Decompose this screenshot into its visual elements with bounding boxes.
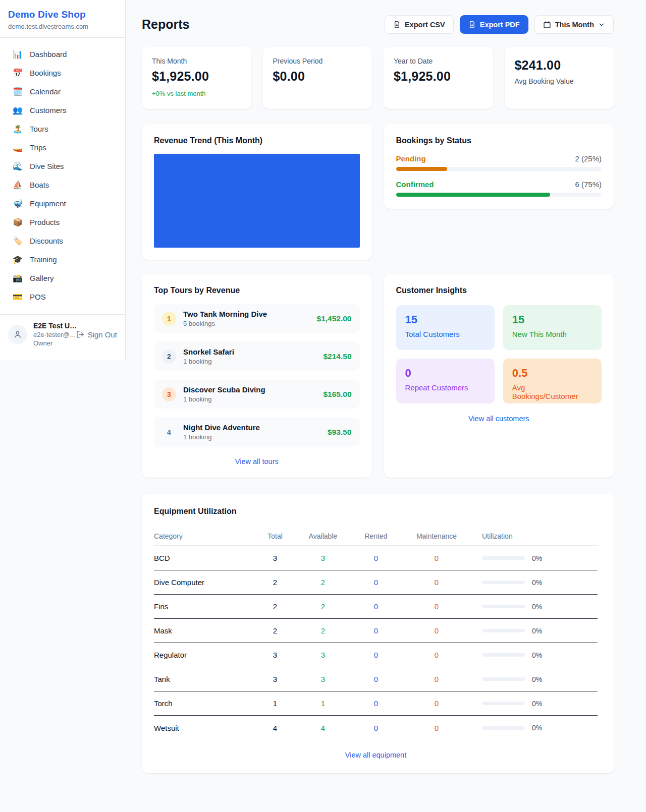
table-row: Torch 1 1 0 0 0% [154, 691, 598, 716]
stat-label: Avg Booking Value [515, 77, 604, 85]
page-title: Reports [142, 17, 189, 32]
sidebar-item-label: Training [30, 255, 57, 264]
utilization-bar [482, 605, 525, 608]
utilization-cell: 0% [472, 724, 598, 732]
tour-bookings: 1 booking [183, 433, 320, 441]
column-header: Maintenance [401, 532, 472, 540]
tour-name: Discover Scuba Diving [183, 385, 316, 394]
tour-name: Two Tank Morning Dive [183, 310, 310, 318]
sidebar-item-label: POS [30, 293, 46, 301]
sidebar-item-trips[interactable]: 🚤 Trips [0, 138, 125, 157]
sidebar-item-tours[interactable]: 🏝️ Tours [0, 120, 125, 138]
available-cell: 2 [295, 626, 351, 635]
rented-cell: 0 [351, 699, 401, 708]
progress-track [396, 193, 602, 197]
sidebar-item-calendar[interactable]: 🗓️ Calendar [0, 82, 125, 101]
sidebar-item-discounts[interactable]: 🏷️ Discounts [0, 231, 125, 250]
sidebar-item-label: Customers [30, 106, 67, 114]
sidebar-item-customers[interactable]: 👥 Customers [0, 101, 125, 120]
sidebar-nav: 📊 Dashboard 📅 Bookings 🗓️ Calendar 👥 Cus… [0, 38, 125, 311]
list-item: 3 Discover Scuba Diving 1 booking $165.0… [154, 380, 360, 409]
category-cell: Wetsuit [154, 724, 255, 732]
utilization-cell: 0% [472, 675, 598, 683]
maintenance-cell: 0 [401, 626, 472, 635]
calendar-icon [543, 21, 551, 29]
total-cell: 3 [255, 675, 295, 683]
sign-out-button[interactable]: Sign Out [76, 330, 117, 339]
chevron-down-icon [598, 21, 605, 28]
status-label: Confirmed [396, 180, 434, 189]
total-cell: 1 [255, 699, 295, 708]
category-cell: Dive Computer [154, 578, 255, 587]
period-dropdown[interactable]: This Month [534, 15, 614, 34]
stat-label: Year to Date [394, 57, 483, 65]
page-header: Reports Export CSV Export PDF This Month [142, 15, 614, 34]
tile-value: 15 [512, 313, 593, 326]
sidebar-item-boats[interactable]: ⛵ Boats [0, 176, 125, 194]
view-all-equipment-link[interactable]: View all equipment [154, 751, 598, 759]
wave-icon: 🌊 [12, 162, 23, 170]
tile-label: Total Customers [405, 330, 486, 338]
export-pdf-button[interactable]: Export PDF [460, 15, 528, 34]
total-cell: 3 [255, 651, 295, 659]
sidebar-item-bookings[interactable]: 📅 Bookings [0, 64, 125, 82]
sidebar-item-label: Gallery [30, 274, 54, 282]
available-cell: 3 [295, 651, 351, 659]
table-row: BCD 3 3 0 0 0% [154, 546, 598, 570]
sidebar-item-pos[interactable]: 💳 POS [0, 287, 125, 306]
rented-cell: 0 [351, 578, 401, 587]
utilization-bar [482, 702, 525, 705]
sidebar-item-gallery[interactable]: 📸 Gallery [0, 269, 125, 287]
sidebar-item-label: Equipment [30, 199, 66, 208]
tour-bookings: 5 bookings [183, 320, 310, 327]
revenue-trend-title: Revenue Trend (This Month) [154, 136, 360, 145]
sign-out-icon [76, 330, 84, 338]
sidebar: Demo Dive Shop demo.test.divestreams.com… [0, 0, 126, 360]
sidebar-item-products[interactable]: 📦 Products [0, 213, 125, 231]
rented-cell: 0 [351, 554, 401, 562]
list-item: 4 Night Dive Adventure 1 booking $93.50 [154, 418, 360, 446]
sidebar-user-footer: E2E Test U… e2e-tester@… Owner Sign Out [0, 314, 125, 355]
tour-bookings: 1 booking [183, 358, 316, 365]
view-all-tours-link[interactable]: View all tours [154, 457, 360, 466]
tour-revenue: $214.50 [323, 352, 351, 361]
utilization-percent: 0% [532, 627, 542, 635]
utilization-percent: 0% [532, 578, 542, 587]
revenue-trend-card: Revenue Trend (This Month) [142, 124, 372, 260]
sidebar-item-dive-sites[interactable]: 🌊 Dive Sites [0, 157, 125, 176]
available-cell: 3 [295, 675, 351, 683]
column-header: Total [255, 532, 295, 540]
sidebar-item-label: Bookings [30, 69, 61, 77]
export-csv-label: Export CSV [405, 21, 445, 29]
progress-fill-pending [396, 167, 448, 171]
table-row: Dive Computer 2 2 0 0 0% [154, 570, 598, 595]
sign-out-label: Sign Out [88, 330, 117, 339]
top-tours-card: Top Tours by Revenue 1 Two Tank Morning … [142, 274, 372, 478]
sidebar-item-training[interactable]: 🎓 Training [0, 250, 125, 269]
tour-bookings: 1 booking [183, 395, 316, 403]
sidebar-item-label: Products [30, 218, 60, 226]
customer-insights-title: Customer Insights [396, 286, 602, 295]
total-cell: 2 [255, 626, 295, 635]
tile-label: Repeat Customers [405, 383, 486, 392]
total-cell: 2 [255, 578, 295, 587]
maintenance-cell: 0 [401, 578, 472, 587]
sidebar-item-equipment[interactable]: 🤿 Equipment [0, 194, 125, 213]
shop-title: Demo Dive Shop [8, 9, 117, 20]
sidebar-item-label: Tours [30, 125, 48, 133]
available-cell: 2 [295, 578, 351, 587]
export-csv-button[interactable]: Export CSV [385, 15, 454, 34]
column-header: Category [154, 532, 255, 540]
view-all-customers-link[interactable]: View all customers [396, 415, 602, 423]
rank-badge: 4 [162, 425, 176, 439]
utilization-cell: 0% [472, 603, 598, 611]
tour-name: Night Dive Adventure [183, 423, 320, 432]
maintenance-cell: 0 [401, 675, 472, 683]
sidebar-item-dashboard[interactable]: 📊 Dashboard [0, 45, 125, 64]
category-cell: Tank [154, 675, 255, 683]
bookings-by-status-card: Bookings by Status Pending 2 (25%) Confi… [384, 124, 614, 209]
stat-card-this-month: This Month $1,925.00 +0% vs last month [142, 47, 251, 109]
customer-insights-card: Customer Insights 15 Total Customers 15 … [384, 274, 614, 478]
sailboat-icon: ⛵ [12, 181, 23, 189]
sidebar-item-label: Dashboard [30, 50, 67, 59]
